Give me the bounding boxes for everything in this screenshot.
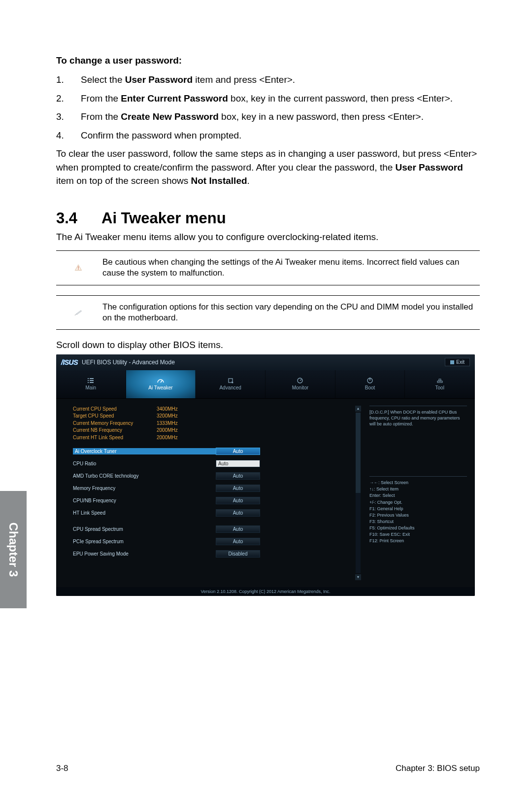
steps-list: 1. Select the User Password item and pre… [56, 73, 480, 142]
info-text: The configuration options for this secti… [100, 296, 480, 329]
chip-icon [226, 378, 235, 384]
tab-monitor[interactable]: Monitor [266, 370, 335, 398]
opt-pcie-spread[interactable]: PCIe Spread Spectrum Auto [73, 536, 346, 547]
step-4: 4. Confirm the password when prompted. [56, 129, 480, 142]
step-2: 2. From the Enter Current Password box, … [56, 92, 480, 105]
bios-title: UEFI BIOS Utility - Advanced Mode [82, 359, 175, 366]
step-text: From the Enter Current Password box, key… [81, 92, 480, 105]
page-number: 3-8 [56, 764, 68, 773]
bios-footer: Version 2.10.1208. Copyright (C) 2012 Am… [56, 587, 475, 596]
asus-logo: /ISUS [61, 358, 78, 366]
bios-main-panel: Current CPU Speed3400MHz Target CPU Spee… [56, 399, 355, 587]
scrollbar[interactable]: ▲ ▼ [355, 399, 362, 587]
tab-tool[interactable]: Tool [405, 370, 475, 398]
step-3: 3. From the Create New Password box, key… [56, 110, 480, 124]
caution-note: Be cautious when changing the settings o… [56, 250, 480, 285]
tool-icon [435, 378, 444, 384]
opt-label: AMD Turbo CORE technology [73, 473, 216, 479]
step-text: Confirm the password when prompted. [81, 129, 480, 142]
tab-advanced[interactable]: Advanced [196, 370, 266, 398]
opt-value[interactable]: Auto [216, 497, 260, 504]
section-heading: 3.4 Ai Tweaker menu [56, 209, 480, 227]
scroll-down-icon[interactable]: ▼ [355, 574, 361, 580]
intro-paragraph: The Ai Tweaker menu items allow you to c… [56, 230, 480, 244]
gauge-icon [156, 378, 165, 384]
opt-ai-overclock-tuner[interactable]: Ai Overclock Tuner Auto [73, 446, 346, 456]
stat-label: Current NB Frequency [73, 427, 157, 434]
step-1: 1. Select the User Password item and pre… [56, 73, 480, 87]
opt-amd-turbo[interactable]: AMD Turbo CORE technology Auto [73, 471, 346, 481]
step-number: 4. [56, 129, 81, 142]
pen-icon [74, 309, 82, 316]
stat-value: 1333MHz [157, 420, 178, 427]
opt-label: CPU Ratio [73, 461, 216, 466]
opt-label: CPU Spread Spectrum [73, 526, 216, 532]
opt-value[interactable]: Auto [216, 472, 260, 480]
opt-cpu-nb-freq[interactable]: CPU/NB Frequency Auto [73, 495, 346, 506]
stat-label: Current CPU Speed [73, 406, 157, 413]
tab-label: Tool [435, 385, 444, 390]
bios-help-panel: [D.O.C.P.] When DOCP is enabled CPU Bus … [362, 399, 475, 587]
opt-value[interactable]: Disabled [216, 550, 260, 558]
tab-label: Monitor [292, 385, 308, 390]
help-description: [D.O.C.P.] When DOCP is enabled CPU Bus … [369, 409, 467, 427]
opt-ht-link[interactable]: HT Link Speed Auto [73, 508, 346, 518]
stat-label: Current HT Link Speed [73, 434, 157, 442]
stats-block: Current CPU Speed3400MHz Target CPU Spee… [73, 406, 346, 442]
opt-label: Memory Frequency [73, 486, 216, 491]
opt-memory-freq[interactable]: Memory Frequency Auto [73, 483, 346, 493]
bios-title-bar: /ISUS UEFI BIOS Utility - Advanced Mode … [56, 354, 475, 370]
opt-label: CPU/NB Frequency [73, 498, 216, 503]
svg-rect-9 [439, 379, 441, 381]
tab-main[interactable]: Main [56, 370, 126, 398]
opt-label: PCIe Spread Spectrum [73, 539, 216, 544]
help-keys: →←: Select Screen ↑↓: Select Item Enter:… [369, 480, 467, 544]
stat-value: 3200MHz [157, 413, 178, 420]
scroll-up-icon[interactable]: ▲ [355, 406, 361, 412]
opt-label: EPU Power Saving Mode [73, 551, 216, 557]
scroll-track[interactable] [356, 413, 361, 573]
list-icon [86, 378, 95, 384]
bios-tabs: Main Ai Tweaker Advanced Monitor Boot [56, 370, 475, 399]
clear-password-paragraph: To clear the user password, follow the s… [56, 147, 480, 188]
step-text: Select the User Password item and press … [81, 73, 480, 87]
heading-change-password: To change a user password: [56, 55, 480, 66]
opt-label: HT Link Speed [73, 510, 216, 516]
section-number: 3.4 [56, 209, 101, 227]
step-number: 2. [56, 92, 81, 105]
stat-label: Current Memory Frequency [73, 420, 157, 427]
tab-boot[interactable]: Boot [335, 370, 405, 398]
opt-cpu-ratio[interactable]: CPU Ratio Auto [73, 458, 346, 469]
tab-ai-tweaker[interactable]: Ai Tweaker [126, 370, 196, 398]
tab-label: Boot [365, 385, 375, 390]
tab-label: Main [85, 385, 96, 390]
stat-label: Target CPU Speed [73, 413, 157, 420]
monitor-icon [296, 378, 304, 384]
exit-label: Exit [456, 359, 465, 365]
opt-epu-power[interactable]: EPU Power Saving Mode Disabled [73, 549, 346, 559]
opt-value[interactable]: Auto [216, 485, 260, 492]
bios-screenshot: /ISUS UEFI BIOS Utility - Advanced Mode … [56, 354, 475, 596]
opt-cpu-spread[interactable]: CPU Spread Spectrum Auto [73, 524, 346, 534]
opt-value[interactable]: Auto [216, 509, 260, 517]
opt-value[interactable]: Auto [216, 525, 260, 533]
step-text: From the Create New Password box, key in… [81, 110, 480, 124]
section-title: Ai Tweaker menu [101, 209, 226, 227]
step-number: 3. [56, 110, 81, 124]
exit-icon [450, 360, 454, 364]
scroll-thumb[interactable] [356, 413, 361, 493]
opt-value[interactable]: Auto [216, 460, 260, 467]
info-note: The configuration options for this secti… [56, 295, 480, 330]
opt-value[interactable]: Auto [216, 448, 260, 455]
chapter-title: Chapter 3: BIOS setup [396, 764, 480, 773]
stat-value: 2000MHz [157, 427, 178, 434]
opt-value[interactable]: Auto [216, 538, 260, 545]
chapter-tab: Chapter 3 [0, 491, 27, 608]
stat-value: 2000MHz [157, 434, 178, 442]
caution-text: Be cautious when changing the settings o… [100, 251, 480, 284]
scroll-instruction: Scroll down to display other BIOS items. [56, 340, 480, 350]
exit-button[interactable]: Exit [445, 358, 470, 366]
stat-value: 3400MHz [157, 406, 178, 413]
svg-point-1 [78, 269, 78, 270]
step-number: 1. [56, 73, 81, 87]
